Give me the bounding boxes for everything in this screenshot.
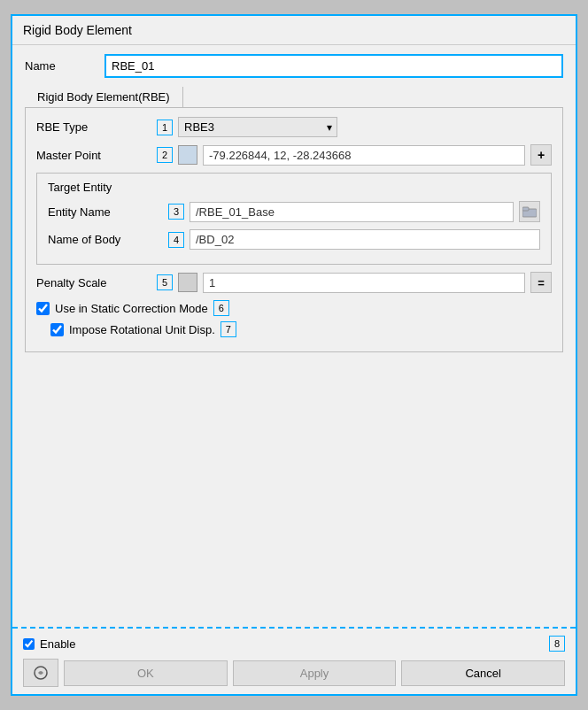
- penalty-scale-label: Penalty Scale: [36, 276, 151, 289]
- impose-rotational-checkbox[interactable]: [50, 323, 64, 336]
- penalty-scale-eq-button[interactable]: =: [530, 272, 552, 293]
- badge-entity-name: 3: [168, 204, 184, 220]
- name-row: Name: [25, 54, 563, 78]
- name-of-body-input[interactable]: [190, 229, 540, 250]
- penalty-scale-color-box[interactable]: [178, 273, 197, 292]
- tab-bar: Rigid Body Element(RBE): [25, 87, 563, 107]
- master-point-color-box[interactable]: [178, 145, 197, 165]
- rbe-tab[interactable]: Rigid Body Element(RBE): [25, 87, 183, 107]
- impose-rotational-row: Impose Rotational Unit Disp. 7: [36, 321, 552, 337]
- entity-name-row: Entity Name 3: [48, 201, 540, 222]
- entity-name-label: Entity Name: [48, 205, 163, 219]
- rbe-type-select-wrapper: RBE3 RBE2: [178, 117, 337, 137]
- svg-rect-1: [522, 207, 529, 211]
- name-input[interactable]: [104, 54, 563, 78]
- penalty-scale-row: Penalty Scale 5 =: [36, 272, 552, 293]
- cancel-button[interactable]: Cancel: [401, 660, 565, 686]
- rbe-type-row: RBE Type 1 RBE3 RBE2: [36, 117, 552, 137]
- rbe-type-label: RBE Type: [36, 120, 151, 134]
- enable-label: Enable: [40, 637, 75, 651]
- badge-bottom: 8: [549, 636, 565, 652]
- badge-name-of-body: 4: [168, 232, 184, 248]
- rbe-type-select[interactable]: RBE3 RBE2: [178, 117, 337, 137]
- entity-name-folder-button[interactable]: [519, 201, 540, 222]
- name-label: Name: [25, 59, 96, 73]
- penalty-scale-input[interactable]: [203, 273, 525, 293]
- enable-row: Enable 8: [23, 636, 565, 652]
- master-point-add-button[interactable]: +: [530, 144, 552, 166]
- enable-checkbox[interactable]: [23, 638, 35, 650]
- badge-penalty-scale: 5: [157, 274, 173, 290]
- name-of-body-row: Name of Body 4: [48, 229, 540, 250]
- badge-master-point: 2: [157, 147, 173, 163]
- button-row: OK Apply Cancel: [23, 659, 565, 687]
- use-static-checkbox[interactable]: [36, 302, 50, 315]
- dialog-content: Name Rigid Body Element(RBE) RBE Type 1 …: [12, 45, 576, 627]
- name-of-body-label: Name of Body: [48, 233, 163, 246]
- use-static-label: Use in Static Correction Mode: [55, 302, 208, 315]
- icon-button[interactable]: [23, 659, 58, 687]
- master-point-row: Master Point 2 +: [36, 144, 552, 166]
- entity-name-input[interactable]: [190, 202, 514, 222]
- rigid-body-element-dialog: Rigid Body Element Name Rigid Body Eleme…: [11, 14, 577, 696]
- dialog-title: Rigid Body Element: [12, 16, 576, 45]
- badge-rbe-type: 1: [157, 120, 173, 135]
- spacer: [25, 361, 563, 388]
- badge-impose-rotational: 7: [220, 321, 236, 337]
- ok-button[interactable]: OK: [64, 660, 228, 686]
- impose-rotational-label: Impose Rotational Unit Disp.: [69, 323, 215, 336]
- rbe-group-box: RBE Type 1 RBE3 RBE2 Master Point 2 +: [25, 107, 563, 352]
- bottom-area: Enable 8 OK Apply Cancel: [12, 627, 576, 694]
- target-entity-group: Target Entity Entity Name 3 Name o: [36, 173, 552, 265]
- target-entity-title: Target Entity: [48, 181, 540, 194]
- use-static-row: Use in Static Correction Mode 6: [36, 300, 552, 316]
- master-point-input[interactable]: [203, 145, 525, 166]
- badge-use-static: 6: [213, 300, 229, 316]
- apply-button[interactable]: Apply: [233, 660, 397, 686]
- master-point-label: Master Point: [36, 149, 151, 162]
